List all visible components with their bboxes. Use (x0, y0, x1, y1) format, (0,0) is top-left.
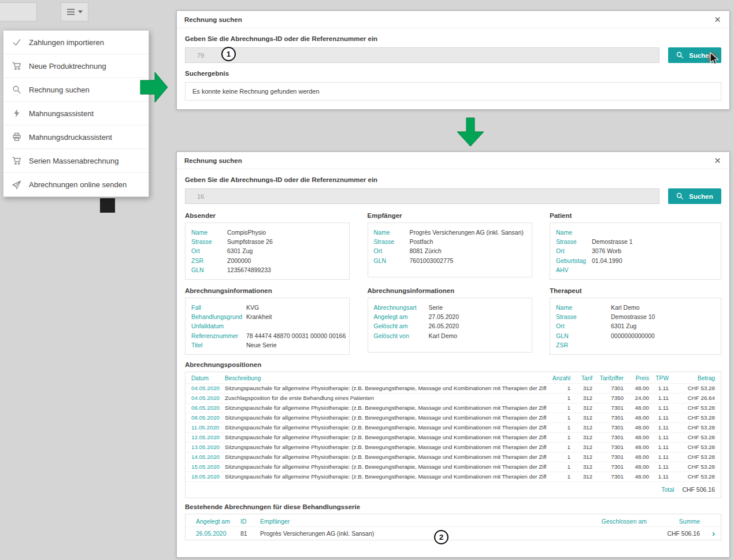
mouse-cursor (709, 52, 720, 65)
toolbar-button[interactable] (0, 2, 37, 21)
menu-item[interactable]: Mahnungsdruckassistent (3, 125, 149, 149)
position-row: 13.05.2020Sitzungspauschale für allgemei… (186, 442, 721, 452)
dialog-title: Rechnung suchen (184, 16, 242, 23)
menu-item-label: Serien Massenabrechnung (29, 157, 118, 165)
menu-item[interactable]: Mahnungsassistent (3, 102, 149, 125)
search-button-label: Suchen (689, 193, 713, 200)
annotation-arrow-right (140, 70, 169, 105)
invoice-actions-menu: Zahlungen importierenNeue Produktrechnun… (3, 30, 149, 197)
position-row: 15.05.2020Sitzungspauschale für allgemei… (186, 462, 721, 472)
existing-invoices-table: Angelegt amIDEmpfängerGeschlossen amSumm… (185, 514, 721, 540)
send-icon (12, 180, 21, 190)
menu-item[interactable]: Serien Massenabrechnung (3, 149, 149, 173)
field-row: AHV (556, 265, 715, 275)
field-row: Unfalldatum (191, 321, 343, 331)
menu-item-label: Neue Produktrechnung (29, 62, 106, 71)
field-row: Name (556, 228, 715, 237)
menu-toggle-button[interactable] (61, 2, 88, 21)
result-section-label: Suchergebnis (185, 70, 721, 77)
background-window-fragment (100, 198, 115, 213)
field-row: GLN7601003002775 (374, 256, 526, 265)
menu-item[interactable]: Abrechnungen online senden (3, 173, 149, 196)
address-sections: AbsenderNameCompisPhysioStrasseSumpfstra… (185, 211, 721, 280)
field-row: NameKarl Demo (556, 303, 715, 312)
existing-invoices-header: Angelegt amIDEmpfängerGeschlossen amSumm… (186, 514, 721, 526)
positions-table: DatumBeschreibungAnzahlTarifTarifzifferP… (185, 372, 721, 498)
chevron-right-icon[interactable]: › (700, 531, 715, 536)
dialog-header: Rechnung suchen × (177, 152, 729, 169)
section-absender: AbsenderNameCompisPhysioStrasseSumpfstra… (185, 211, 350, 280)
field-row: GLN1235674899233 (191, 265, 343, 275)
search-invoice-dialog: Rechnung suchen × Geben Sie die Abrechnu… (176, 10, 730, 110)
cart-icon (12, 156, 21, 166)
invoice-id-input[interactable] (185, 188, 659, 204)
check-icon (12, 38, 21, 47)
menu-item[interactable]: Zahlungen importieren (3, 31, 149, 54)
search-icon (676, 192, 684, 200)
close-icon[interactable]: × (713, 157, 722, 165)
field-row: GLN0000000000000 (556, 331, 715, 340)
menu-item-label: Zahlungen importieren (29, 38, 104, 47)
position-row: 18.05.2020Sitzungspauschale für allgemei… (186, 472, 721, 481)
invoice-id-input[interactable] (185, 47, 659, 63)
position-row: 06.05.2020Sitzungspauschale für allgemei… (186, 403, 721, 413)
menu-item-label: Abrechnungen online senden (29, 180, 127, 189)
positions-section-title: Abrechnungspositionen (185, 361, 721, 368)
field-row: Ort3076 Worb (556, 246, 715, 255)
field-row: ZSRZ000000 (191, 256, 343, 265)
dialog-title: Rechnung suchen (184, 157, 242, 164)
total-value: CHF 506.16 (682, 486, 715, 493)
annotation-arrow-down (456, 117, 485, 147)
field-row: NameProgrès Versicherungen AG (inkl. San… (374, 228, 526, 237)
menu-item-label: Mahnungsassistent (29, 109, 94, 118)
search-prompt-label: Geben Sie die Abrechnungs-ID oder die Re… (185, 176, 721, 183)
field-row: FallKVG (191, 303, 343, 312)
search-icon (676, 51, 684, 59)
existing-invoice-row[interactable]: 26.05.202081Progrès Versicherungen AG (i… (186, 526, 721, 540)
field-row: Gelöscht vonKarl Demo (374, 331, 526, 340)
close-icon[interactable]: × (713, 16, 722, 24)
field-row: Ort6301 Zug (191, 246, 343, 255)
position-row: 04.05.2020Sitzungspauschale für allgemei… (186, 383, 721, 393)
menu-item[interactable]: Neue Produktrechnung (3, 54, 149, 78)
field-row: TitelNeue Serie (191, 340, 343, 350)
search-prompt-label: Geben Sie die Abrechnungs-ID oder die Re… (185, 35, 721, 42)
positions-total-row: Total CHF 506.16 (186, 481, 721, 498)
position-row: 12.05.2020Sitzungspauschale für allgemei… (186, 432, 721, 442)
total-label: Total (661, 486, 674, 493)
field-row: Geburtstag01.04.1990 (556, 256, 715, 265)
search-icon (12, 85, 21, 95)
menu-item-label: Rechnung suchen (29, 86, 90, 94)
search-button[interactable]: Suchen (668, 188, 721, 204)
field-row: ZSR (556, 340, 715, 350)
printer-icon (12, 132, 21, 142)
field-row: Referenznummer78 44474 48870 00031 00000… (191, 331, 343, 340)
step-2-badge: 2 (434, 530, 448, 544)
dialog-body: Geben Sie die Abrechnungs-ID oder die Re… (177, 169, 729, 546)
section-empfaenger: EmpfängerNameProgrès Versicherungen AG (… (368, 211, 532, 280)
field-row: AbrechnungsartSerie (374, 303, 526, 312)
field-row: BehandlungsgrundKrankheit (191, 312, 343, 321)
field-row: NameCompisPhysio (191, 228, 343, 237)
section-patient: PatientNameStrasseDemostrasse 1Ort3076 W… (550, 211, 721, 280)
dialog-body: Geben Sie die Abrechnungs-ID oder die Re… (177, 28, 729, 106)
field-row: StrassePostfach (374, 237, 526, 246)
field-row: StrasseDemostrasse 1 (556, 237, 715, 246)
hamburger-icon (66, 8, 75, 16)
dialog-header: Rechnung suchen × (177, 11, 729, 28)
lightning-icon (12, 109, 21, 118)
field-row: Gelöscht am26.05.2020 (374, 321, 526, 331)
position-row: 14.05.2020Sitzungspauschale für allgemei… (186, 452, 721, 462)
caret-down-icon (78, 10, 83, 13)
menu-item-label: Mahnungsdruckassistent (29, 133, 112, 142)
position-row: 08.05.2020Sitzungspauschale für allgemei… (186, 413, 721, 422)
invoice-detail-dialog: Rechnung suchen × Geben Sie die Abrechnu… (176, 151, 730, 558)
billing-sections: AbrechnungsinformationenFallKVGBehandlun… (185, 286, 721, 355)
field-row: Ort8081 Zürich (374, 246, 526, 255)
section-therapeut: TherapeutNameKarl DemoStrasseDemostrasse… (550, 286, 721, 355)
menu-item[interactable]: Rechnung suchen (3, 78, 149, 102)
section-abrechnungsinfo-1: AbrechnungsinformationenFallKVGBehandlun… (185, 286, 350, 355)
position-row: 04.05.2020Zuschlagsposition für die erst… (186, 393, 721, 403)
position-row: 11.05.2020Sitzungspauschale für allgemei… (186, 422, 721, 432)
positions-table-header: DatumBeschreibungAnzahlTarifTarifzifferP… (186, 372, 721, 383)
